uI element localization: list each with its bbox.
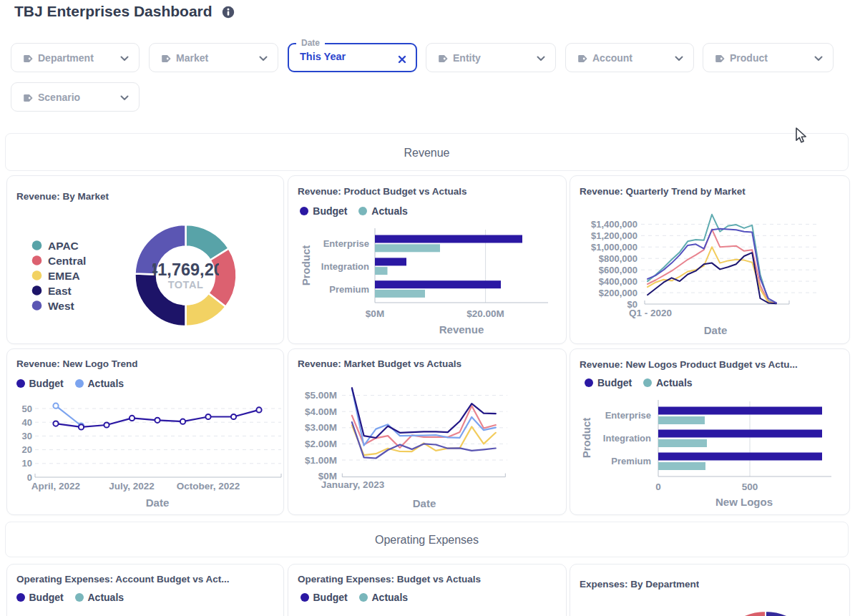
svg-text:$200,000: $200,000 — [599, 288, 637, 298]
svg-text:$2.00M: $2.00M — [305, 439, 337, 449]
svg-text:$3.00M: $3.00M — [305, 422, 337, 433]
svg-text:40: 40 — [22, 417, 32, 428]
svg-text:Integration: Integration — [603, 433, 651, 444]
svg-text:October, 2022: October, 2022 — [177, 481, 240, 492]
svg-text:Product: Product — [300, 245, 312, 286]
svg-text:$1,200,000: $1,200,000 — [591, 230, 637, 241]
svg-text:April, 2022: April, 2022 — [31, 481, 80, 492]
svg-text:Premium: Premium — [611, 456, 651, 466]
svg-text:Central: Central — [48, 255, 86, 267]
svg-text:20: 20 — [22, 444, 32, 455]
svg-text:10: 10 — [22, 458, 32, 469]
svg-text:Enterprise: Enterprise — [605, 410, 651, 421]
svg-text:Date: Date — [146, 497, 170, 509]
svg-text:Integration: Integration — [321, 261, 369, 272]
svg-text:$20.00M: $20.00M — [466, 308, 504, 319]
svg-text:$4.00M: $4.00M — [305, 406, 337, 417]
svg-text:New Logos: New Logos — [715, 496, 773, 508]
svg-text:Product: Product — [580, 418, 592, 459]
svg-text:EMEA: EMEA — [48, 270, 80, 282]
svg-text:$400,000: $400,000 — [599, 276, 637, 287]
svg-text:$41,769,209: $41,769,209 — [139, 260, 233, 279]
svg-text:$1,400,000: $1,400,000 — [591, 219, 637, 230]
svg-text:Premium: Premium — [329, 284, 369, 295]
svg-text:0: 0 — [655, 481, 661, 492]
svg-text:$1.00M: $1.00M — [305, 455, 337, 466]
svg-text:$600,000: $600,000 — [599, 265, 637, 275]
svg-text:Date: Date — [704, 324, 728, 336]
svg-text:Revenue: Revenue — [439, 323, 484, 336]
svg-text:West: West — [48, 300, 74, 312]
svg-text:Date: Date — [413, 497, 436, 509]
svg-text:APAC: APAC — [48, 240, 79, 252]
svg-text:$0M: $0M — [366, 308, 384, 319]
svg-text:$1,000,000: $1,000,000 — [591, 242, 637, 253]
svg-text:July, 2022: July, 2022 — [109, 481, 155, 492]
svg-text:500: 500 — [742, 481, 758, 492]
svg-text:East: East — [48, 285, 72, 297]
svg-text:Q1 - 2020: Q1 - 2020 — [629, 308, 672, 318]
svg-text:January, 2023: January, 2023 — [321, 479, 385, 490]
svg-text:TOTAL: TOTAL — [168, 279, 203, 290]
svg-text:$5.00M: $5.00M — [305, 390, 337, 401]
svg-text:Enterprise: Enterprise — [323, 238, 369, 249]
svg-text:$800,000: $800,000 — [599, 253, 637, 264]
svg-text:30: 30 — [22, 431, 32, 441]
svg-text:50: 50 — [22, 404, 32, 414]
